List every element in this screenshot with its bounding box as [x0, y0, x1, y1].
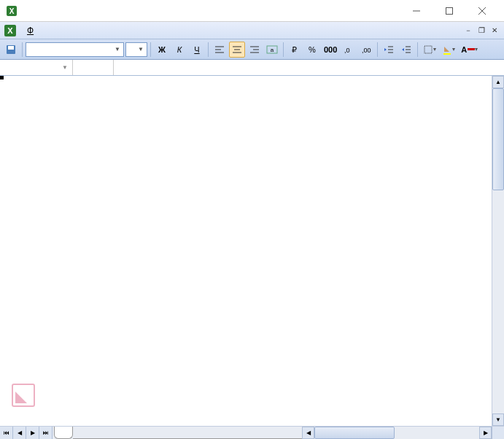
tab-prev-button[interactable]: ◀	[13, 427, 26, 439]
svg-rect-3	[446, 7, 452, 14]
vscroll-track[interactable]	[492, 88, 504, 413]
increase-decimal-button[interactable]: ,0	[341, 42, 357, 58]
menu-edit[interactable]	[49, 28, 59, 33]
watermark	[12, 384, 41, 407]
svg-text:,00: ,00	[362, 47, 371, 54]
chevron-down-icon: ▼	[115, 46, 120, 53]
increase-indent-button[interactable]	[398, 42, 414, 58]
vscroll-thumb[interactable]	[492, 88, 504, 190]
comma-style-button[interactable]: 000	[322, 42, 339, 58]
scroll-left-button[interactable]: ◀	[302, 427, 314, 439]
percent-button[interactable]: %	[304, 42, 320, 58]
svg-text:X: X	[7, 26, 13, 35]
horizontal-scrollbar[interactable]: ◀ ▶	[302, 427, 492, 439]
align-right-button[interactable]	[247, 42, 263, 58]
merge-center-button[interactable]: a	[264, 42, 280, 58]
scroll-up-button[interactable]: ▲	[492, 76, 504, 88]
align-center-button[interactable]	[229, 42, 245, 58]
tab-next-button[interactable]: ▶	[26, 427, 39, 439]
font-color-button[interactable]: A▾	[459, 42, 480, 58]
formatting-toolbar: ▼ ▼ Ж К Ч a ₽ % 000 ,0 ,00 ▾ ▾ A▾	[0, 39, 504, 60]
decrease-decimal-button[interactable]: ,00	[358, 42, 374, 58]
tab-first-button[interactable]: ⏮	[0, 427, 13, 439]
watermark-icon	[12, 384, 35, 407]
menu-data[interactable]	[100, 28, 110, 33]
currency-button[interactable]: ₽	[287, 42, 303, 58]
svg-text:₽: ₽	[292, 45, 297, 54]
hscroll-track[interactable]	[314, 427, 479, 439]
svg-rect-32	[424, 46, 432, 53]
app-icon: X	[6, 5, 18, 17]
titlebar: X	[0, 0, 504, 22]
svg-rect-34	[468, 48, 475, 50]
vertical-scrollbar[interactable]: ▲ ▼	[492, 76, 504, 426]
sheet-tab[interactable]	[54, 427, 73, 439]
worksheet-area: ▲ ▼	[0, 76, 504, 426]
menu-file[interactable]	[39, 28, 49, 33]
close-button[interactable]	[465, 0, 498, 22]
mdi-minimize-button[interactable]: －	[462, 26, 474, 36]
mdi-close-button[interactable]: ✕	[489, 26, 500, 36]
chevron-down-icon: ▼	[62, 64, 68, 71]
menu-format[interactable]	[80, 28, 90, 33]
italic-button[interactable]: К	[171, 42, 187, 58]
tab-last-button[interactable]: ⏭	[39, 427, 53, 439]
fill-color-button[interactable]: ▾	[440, 42, 457, 58]
font-family-select[interactable]: ▼	[26, 42, 124, 57]
menu-insert[interactable]	[69, 28, 80, 33]
doc-icon[interactable]: X	[3, 23, 18, 38]
fill-handle[interactable]	[0, 76, 4, 79]
font-size-select[interactable]: ▼	[125, 42, 147, 57]
menu-file[interactable]: Фdocument.currentScript.previousElementS…	[22, 23, 39, 38]
svg-rect-33	[443, 53, 451, 55]
fx-button[interactable]	[73, 60, 114, 75]
svg-marker-31	[402, 48, 404, 51]
sheet-tabs-row: ⏮ ◀ ▶ ⏭ ◀ ▶	[0, 426, 504, 439]
svg-text:,0: ,0	[344, 47, 350, 54]
menu-help[interactable]	[120, 28, 131, 33]
svg-text:a: a	[271, 47, 274, 53]
formula-bar: ▼	[0, 60, 504, 76]
borders-button[interactable]: ▾	[421, 42, 438, 58]
maximize-button[interactable]	[433, 0, 465, 22]
svg-marker-27	[384, 48, 387, 51]
scroll-down-button[interactable]: ▼	[492, 413, 504, 426]
menu-view[interactable]	[59, 28, 69, 33]
align-left-button[interactable]	[212, 42, 228, 58]
underline-button[interactable]: Ч	[189, 42, 205, 58]
svg-text:X: X	[9, 7, 15, 15]
formula-input[interactable]	[114, 60, 504, 75]
scroll-right-button[interactable]: ▶	[479, 427, 492, 439]
minimize-button[interactable]	[400, 0, 433, 22]
bold-button[interactable]: Ж	[154, 42, 170, 58]
decrease-indent-button[interactable]	[381, 42, 397, 58]
tab-nav: ⏮ ◀ ▶ ⏭	[0, 427, 53, 439]
hscroll-thumb[interactable]	[314, 427, 395, 439]
mdi-restore-button[interactable]: ❐	[476, 26, 487, 36]
chevron-down-icon: ▼	[138, 46, 144, 53]
menu-service[interactable]	[90, 28, 100, 33]
svg-rect-9	[8, 46, 14, 50]
menubar: X Фdocument.currentScript.previousElemen…	[0, 22, 504, 39]
save-icon[interactable]	[3, 42, 19, 58]
name-box[interactable]: ▼	[0, 60, 73, 75]
menu-window[interactable]	[110, 28, 120, 33]
